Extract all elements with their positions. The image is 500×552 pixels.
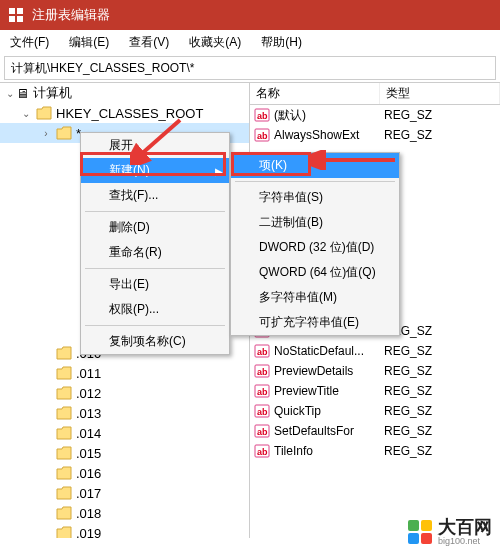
ctx-new-string[interactable]: 字符串值(S) — [231, 185, 399, 210]
tree-item[interactable]: .019 — [0, 523, 249, 538]
ctx-expand[interactable]: 展开 — [81, 133, 229, 158]
svg-rect-1 — [17, 8, 23, 14]
watermark-text: 大百网 — [438, 518, 492, 536]
folder-icon — [56, 526, 72, 538]
context-menu: 展开 新建(N) ▶ 查找(F)... 删除(D) 重命名(R) 导出(E) 权… — [80, 132, 230, 355]
ctx-find[interactable]: 查找(F)... — [81, 183, 229, 208]
menu-help[interactable]: 帮助(H) — [255, 32, 308, 53]
list-row[interactable]: abPreviewDetailsREG_SZ — [250, 361, 500, 381]
computer-icon: 🖥 — [16, 86, 29, 101]
titlebar: 注册表编辑器 — [0, 0, 500, 30]
column-type[interactable]: 类型 — [380, 83, 500, 104]
folder-icon — [56, 466, 72, 480]
ctx-new[interactable]: 新建(N) ▶ — [81, 158, 229, 183]
tree-item-label: .013 — [76, 406, 101, 421]
ctx-export[interactable]: 导出(E) — [81, 272, 229, 297]
folder-icon — [56, 126, 72, 140]
ctx-new-multistring[interactable]: 多字符串值(M) — [231, 285, 399, 310]
tree-item[interactable]: .014 — [0, 423, 249, 443]
tree-item-label: .011 — [76, 366, 101, 381]
svg-rect-0 — [9, 8, 15, 14]
ctx-permissions[interactable]: 权限(P)... — [81, 297, 229, 322]
list-row[interactable]: abPreviewTitleREG_SZ — [250, 381, 500, 401]
string-value-icon: ab — [254, 343, 270, 359]
tree-item-label: .016 — [76, 466, 101, 481]
ctx-new-expandstring[interactable]: 可扩充字符串值(E) — [231, 310, 399, 335]
address-bar[interactable]: 计算机\HKEY_CLASSES_ROOT\* — [4, 56, 496, 80]
folder-icon — [56, 486, 72, 500]
folder-icon — [56, 426, 72, 440]
tree-item-label: .018 — [76, 506, 101, 521]
ctx-new-qword[interactable]: QWORD (64 位)值(Q) — [231, 260, 399, 285]
menu-file[interactable]: 文件(F) — [4, 32, 55, 53]
cell-type: REG_SZ — [384, 344, 500, 358]
tree-root[interactable]: ⌄ 🖥 计算机 — [0, 83, 249, 103]
cell-name: TileInfo — [274, 444, 384, 458]
watermark-logo-icon — [408, 520, 432, 544]
string-value-icon: ab — [254, 403, 270, 419]
separator — [85, 268, 225, 269]
chevron-down-icon[interactable]: ⌄ — [20, 108, 32, 119]
ctx-new-binary[interactable]: 二进制值(B) — [231, 210, 399, 235]
tree-hkcr[interactable]: ⌄ HKEY_CLASSES_ROOT — [0, 103, 249, 123]
chevron-right-icon[interactable]: › — [40, 128, 52, 139]
string-value-icon: ab — [254, 127, 270, 143]
list-header: 名称 类型 — [250, 83, 500, 105]
window-title: 注册表编辑器 — [32, 6, 110, 24]
cell-name: PreviewDetails — [274, 364, 384, 378]
list-row[interactable]: abQuickTipREG_SZ — [250, 401, 500, 421]
string-value-icon: ab — [254, 443, 270, 459]
ctx-rename[interactable]: 重命名(R) — [81, 240, 229, 265]
chevron-right-icon: ▶ — [215, 165, 223, 176]
list-row[interactable]: abSetDefaultsForREG_SZ — [250, 421, 500, 441]
tree-item[interactable]: .012 — [0, 383, 249, 403]
tree-item[interactable]: .018 — [0, 503, 249, 523]
svg-text:ab: ab — [257, 447, 268, 457]
menu-favorites[interactable]: 收藏夹(A) — [183, 32, 247, 53]
folder-icon — [36, 106, 52, 120]
tree-item-label: .012 — [76, 386, 101, 401]
svg-text:ab: ab — [257, 111, 268, 121]
svg-rect-2 — [9, 16, 15, 22]
folder-icon — [56, 406, 72, 420]
folder-icon — [56, 446, 72, 460]
list-row[interactable]: abTileInfoREG_SZ — [250, 441, 500, 461]
ctx-new-dword[interactable]: DWORD (32 位)值(D) — [231, 235, 399, 260]
cell-type: REG_SZ — [384, 128, 500, 142]
cell-type: REG_SZ — [384, 108, 500, 122]
tree-item[interactable]: .015 — [0, 443, 249, 463]
ctx-copy-key-name[interactable]: 复制项名称(C) — [81, 329, 229, 354]
list-row[interactable]: ab(默认)REG_SZ — [250, 105, 500, 125]
list-row[interactable]: abAlwaysShowExtREG_SZ — [250, 125, 500, 145]
cell-name: SetDefaultsFor — [274, 424, 384, 438]
ctx-new-key[interactable]: 项(K) — [231, 153, 399, 178]
cell-type: REG_SZ — [384, 324, 500, 338]
tree-item[interactable]: .013 — [0, 403, 249, 423]
menu-edit[interactable]: 编辑(E) — [63, 32, 115, 53]
cell-name: NoStaticDefaul... — [274, 344, 384, 358]
folder-icon — [56, 346, 72, 360]
menu-view[interactable]: 查看(V) — [123, 32, 175, 53]
cell-type: REG_SZ — [384, 424, 500, 438]
folder-icon — [56, 386, 72, 400]
cell-type: REG_SZ — [384, 444, 500, 458]
list-row[interactable]: abNoStaticDefaul...REG_SZ — [250, 341, 500, 361]
tree-item[interactable]: .017 — [0, 483, 249, 503]
cell-type: REG_SZ — [384, 384, 500, 398]
ctx-delete[interactable]: 删除(D) — [81, 215, 229, 240]
chevron-down-icon[interactable]: ⌄ — [4, 88, 16, 99]
menubar: 文件(F) 编辑(E) 查看(V) 收藏夹(A) 帮助(H) — [0, 30, 500, 54]
string-value-icon: ab — [254, 423, 270, 439]
column-name[interactable]: 名称 — [250, 83, 380, 104]
submenu-new: 项(K) 字符串值(S) 二进制值(B) DWORD (32 位)值(D) QW… — [230, 152, 400, 336]
tree-item-label: .017 — [76, 486, 101, 501]
string-value-icon: ab — [254, 383, 270, 399]
watermark-sub: big100.net — [438, 536, 492, 546]
tree-item[interactable]: .011 — [0, 363, 249, 383]
string-value-icon: ab — [254, 363, 270, 379]
separator — [85, 325, 225, 326]
tree-item[interactable]: .016 — [0, 463, 249, 483]
watermark: 大百网 big100.net — [408, 518, 492, 546]
svg-text:ab: ab — [257, 387, 268, 397]
app-icon — [8, 7, 24, 23]
